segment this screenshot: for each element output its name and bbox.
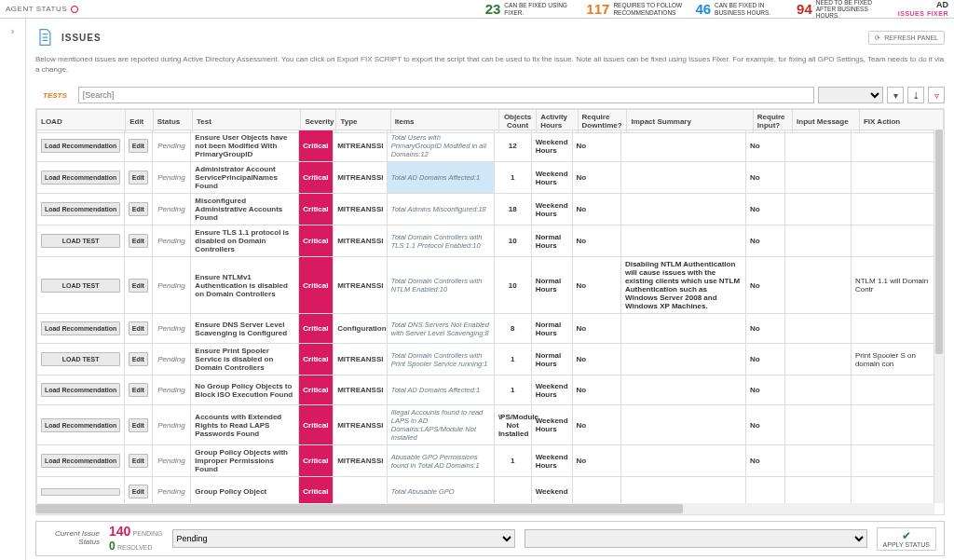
export-icon: ⤓ (912, 90, 920, 101)
impact-cell (620, 130, 745, 162)
table-row: LOAD TESTEditPendingEnsure TLS 1.1 proto… (37, 225, 934, 257)
status-cell: Pending (152, 314, 191, 344)
hours-cell: Weekend Hours (531, 376, 572, 405)
downtime-cell: No (572, 194, 620, 225)
scroll-thumb[interactable] (935, 130, 943, 353)
require-input-cell: No (745, 257, 784, 314)
status-cell: Pending (152, 376, 191, 405)
load-button[interactable]: Load Recommendation (41, 321, 120, 335)
table-row: Load RecommendationEditPendingEnsure Use… (37, 130, 934, 162)
count-cell: 18 (494, 194, 531, 225)
load-button[interactable]: Load Recommendation (41, 383, 120, 397)
edit-button[interactable]: Edit (129, 139, 147, 153)
hours-cell: Normal Hours (531, 225, 572, 257)
items-cell: Total AD Domains Affected:1 (387, 376, 494, 405)
type-cell: MITREANSSI (334, 194, 388, 225)
load-button[interactable]: Load Recommendation (41, 171, 120, 184)
input-msg-cell (784, 162, 851, 194)
fix-action-cell: Print Spooler S on domain con (851, 344, 934, 376)
test-cell: Ensure User Objects have not been Modifi… (191, 130, 298, 162)
tests-label: TESTS (35, 91, 75, 100)
side-rail[interactable]: › (0, 19, 26, 560)
filter-button[interactable]: ▾ (887, 87, 904, 103)
hours-cell: Weekend (531, 477, 572, 503)
load-button[interactable]: Load Recommendation (41, 454, 120, 468)
load-button[interactable]: Load Recommendation (41, 418, 120, 432)
table-row: EditPendingGroup Policy ObjectCriticalTo… (37, 477, 934, 503)
items-cell: Total DNS Servers Not Enabled with Serve… (387, 314, 494, 344)
edit-button[interactable]: Edit (129, 454, 147, 468)
load-button[interactable]: LOAD TEST (41, 279, 120, 293)
type-cell: MITREANSSI (334, 130, 388, 162)
impact-cell (620, 314, 745, 344)
impact-cell (620, 194, 745, 225)
severity-cell: Critical (298, 445, 334, 477)
apply-status-button[interactable]: ✔ APPLY STATUS (877, 527, 936, 551)
expand-icon[interactable]: › (11, 26, 14, 560)
panel-header: ISSUES ⟳ REFRESH PANEL (32, 24, 948, 52)
impact-cell (620, 344, 745, 376)
test-cell: Group Policy Object (191, 477, 298, 503)
metric-value: 46 (695, 1, 711, 17)
test-cell: Group Policy Objects with Improper Permi… (191, 445, 298, 477)
hours-cell: Normal Hours (531, 344, 572, 376)
type-cell: MITREANSSI (334, 376, 388, 405)
downtime-cell: No (572, 376, 620, 405)
search-input[interactable] (78, 87, 814, 103)
table-row: Load RecommendationEditPendingEnsure DNS… (37, 314, 934, 344)
table-row: Load RecommendationEditPendingNo Group P… (37, 376, 934, 405)
fix-action-cell (851, 130, 934, 162)
count-cell: 8 (494, 314, 531, 344)
resolved-count: 0 (109, 540, 116, 553)
edit-button[interactable]: Edit (129, 202, 147, 216)
export-button[interactable]: ⤓ (907, 87, 924, 103)
hours-cell: Normal Hours (531, 314, 572, 344)
type-cell: MITREANSSI (334, 162, 388, 194)
resolved-label: RESOLVED (117, 544, 153, 551)
edit-button[interactable]: Edit (129, 383, 147, 397)
type-cell: MITREANSSI (334, 344, 388, 376)
metrics-row: 23 CAN BE FIXED USING FIXER. 117 REQUIRE… (485, 0, 948, 19)
edit-button[interactable]: Edit (129, 321, 147, 335)
edit-button[interactable]: Edit (129, 485, 147, 499)
items-cell: Total Domain Controllers with TLS 1.1 Pr… (387, 225, 494, 257)
edit-button[interactable]: Edit (129, 418, 147, 432)
input-msg-cell (784, 405, 851, 445)
require-input-cell: No (745, 194, 784, 225)
load-button[interactable]: LOAD TEST (41, 234, 120, 248)
hours-cell: Normal Hours (531, 257, 572, 314)
impact-cell (620, 162, 745, 194)
type-cell: MITREANSSI (334, 225, 388, 257)
severity-cell: Critical (298, 130, 334, 162)
brand-subtext: ISSUES FIXER (898, 10, 948, 17)
items-cell: Total AD Domains Affected:1 (387, 162, 494, 194)
refresh-panel-button[interactable]: ⟳ REFRESH PANEL (868, 31, 945, 45)
input-msg-cell (784, 376, 851, 405)
fix-action-cell (851, 477, 934, 503)
input-msg-cell (784, 225, 851, 257)
load-button[interactable]: LOAD TEST (41, 352, 120, 366)
metric-recommend: 117 REQUIRES TO FOLLOW RECOMMENDATIONS (586, 1, 686, 17)
type-cell (334, 477, 388, 503)
clear-filter-button[interactable]: ▿ (928, 87, 945, 103)
current-status-label: Current Issue Status (44, 530, 100, 547)
test-cell: No Group Policy Objects to Block ISO Exe… (191, 376, 298, 405)
load-button[interactable] (41, 488, 120, 496)
scroll-thumb[interactable] (36, 504, 683, 513)
edit-button[interactable]: Edit (129, 352, 147, 366)
edit-button[interactable]: Edit (129, 171, 147, 184)
status-select-2[interactable] (525, 529, 867, 548)
load-button[interactable]: Load Recommendation (41, 139, 120, 153)
agent-status-indicator-icon (71, 6, 78, 13)
horizontal-scrollbar[interactable] (36, 503, 934, 514)
edit-button[interactable]: Edit (129, 279, 147, 293)
vertical-scrollbar[interactable] (934, 130, 944, 503)
footer-bar: Current Issue Status 140 PENDING 0 RESOL… (35, 521, 945, 556)
type-cell: MITREANSSI (334, 405, 388, 445)
edit-button[interactable]: Edit (129, 234, 147, 248)
count-cell: \PS/Module Not Installed (494, 405, 531, 445)
status-select-1[interactable]: Pending (172, 529, 515, 548)
fix-action-cell (851, 314, 934, 344)
load-button[interactable]: Load Recommendation (41, 202, 120, 216)
filter-select[interactable] (818, 87, 883, 103)
